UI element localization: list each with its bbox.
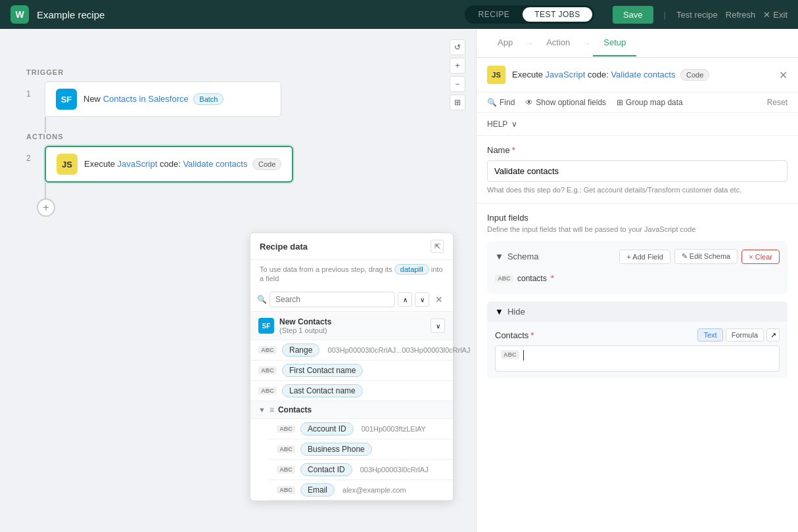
search-next-btn[interactable]: ∨ (415, 292, 429, 307)
right-panel: App → Action → Setup JS Execute JavaScri… (476, 29, 798, 532)
name-section: Name * What does this step do? E.g.: Get… (477, 136, 798, 204)
contacts-section-label: Contacts (278, 405, 312, 414)
recipe-data-subtitle: To use data from a previous step, drag i… (250, 260, 453, 288)
data-source-expand-btn[interactable]: ∨ (431, 319, 445, 333)
contacts-field-actions: Text Formula ↗ (697, 328, 780, 342)
data-field-row: Contacts * Text Formula ↗ ABC (487, 322, 787, 378)
add-field-button[interactable]: + Add Field (619, 250, 670, 264)
top-nav-actions: Save | Test recipe Refresh ✕ Exit (613, 6, 787, 24)
test-recipe-link[interactable]: Test recipe (676, 10, 718, 20)
tab-setup[interactable]: Setup (593, 30, 636, 56)
recipe-data-expand-btn[interactable]: ⇱ (431, 240, 444, 253)
contact-id-pill[interactable]: Contact ID (300, 463, 352, 476)
input-fields-section: Input fields Define the input fields tha… (477, 204, 798, 388)
data-source-sub: (Step 1 output) (279, 326, 331, 334)
contacts-required-star: * (551, 273, 554, 283)
canvas-zoom-out-btn[interactable]: − (450, 76, 465, 92)
range-pill[interactable]: Range (282, 344, 319, 357)
reset-button[interactable]: Reset (767, 98, 787, 107)
text-button[interactable]: Text (697, 328, 722, 342)
show-optional-fields-button[interactable]: 👁 Show optional fields (525, 98, 606, 107)
exit-link[interactable]: ✕ Exit (763, 10, 787, 20)
step2-text: Execute JavaScript code: Validate contac… (84, 158, 281, 170)
contacts-items: ABC Account ID 001Hp0003ftzLElAY ABC Bus… (250, 419, 453, 500)
account-id-pill[interactable]: Account ID (300, 422, 354, 435)
canvas-fit-btn[interactable]: ⊞ (450, 95, 465, 110)
right-panel-content: JS Execute JavaScript code: Validate con… (477, 58, 798, 532)
step2-icon: JS (57, 154, 78, 175)
tab-app[interactable]: App (487, 30, 523, 56)
clear-button[interactable]: × Clear (741, 250, 780, 264)
step2-link2: Validate contacts (183, 159, 247, 169)
main-layout: ↺ + − ⊞ TRIGGER 1 SF New Contacts in Sal… (0, 29, 798, 532)
list-item[interactable]: ABC Range 003Hp00003l0cRrlAJ...003Hp0000… (250, 340, 453, 361)
help-section: HELP ∨ (477, 113, 798, 136)
tab-group: RECIPE TEST JOBS (465, 5, 594, 24)
step2-card[interactable]: JS Execute JavaScript code: Validate con… (45, 146, 293, 183)
recipe-data-search-input[interactable] (270, 292, 395, 307)
last-contact-pill[interactable]: Last Contact name (282, 384, 363, 397)
business-phone-pill[interactable]: Business Phone (300, 443, 372, 456)
refresh-link[interactable]: Refresh (726, 10, 756, 20)
edit-schema-button[interactable]: ✎ Edit Schema (674, 249, 738, 264)
recipe-title: Example recipe (37, 9, 105, 20)
test-jobs-tab[interactable]: TEST JOBS (523, 7, 592, 22)
tab-action[interactable]: Action (536, 30, 580, 56)
actions-label: ACTIONS (26, 133, 64, 141)
add-step-button[interactable]: + (37, 198, 55, 217)
schema-actions: + Add Field ✎ Edit Schema × Clear (619, 249, 780, 264)
schema-block: ▼ Schema + Add Field ✎ Edit Schema × Cle… (487, 241, 787, 294)
canvas-zoom-in-btn[interactable]: + (450, 58, 465, 74)
find-button[interactable]: 🔍 Find (487, 98, 515, 107)
list-item[interactable]: ABC Last Contact name (250, 381, 453, 401)
data-source-header: SF New Contacts (Step 1 output) ∨ (250, 312, 453, 340)
step-header-link1: JavaScript (546, 70, 586, 79)
recipe-data-title: Recipe data (260, 242, 308, 252)
app-logo: W (11, 5, 29, 24)
email-pill[interactable]: Email (300, 483, 335, 497)
data-source-info: SF New Contacts (Step 1 output) (258, 317, 331, 334)
input-fields-hint: Define the input fields that will be pas… (487, 225, 787, 233)
step1-card[interactable]: SF New Contacts in Salesforce Batch (45, 81, 281, 117)
recipe-tab[interactable]: RECIPE (467, 7, 522, 22)
first-contact-pill[interactable]: First Contact name (282, 364, 363, 377)
canvas-refresh-btn[interactable]: ↺ (450, 39, 465, 55)
save-button[interactable]: Save (613, 6, 653, 24)
contacts-input-area[interactable]: ABC (495, 345, 780, 372)
search-close-btn[interactable]: ✕ (432, 292, 446, 307)
abc-badge: ABC (277, 486, 295, 494)
name-label: Name * (487, 145, 787, 155)
schema-hide-toggle[interactable]: ▼ Schema (495, 252, 539, 261)
step1-icon: SF (56, 89, 77, 110)
step1-link: Contacts in Salesforce (103, 94, 189, 104)
contacts-section-header[interactable]: ▼ ≡ Contacts (250, 401, 453, 419)
connector-2 (45, 183, 46, 198)
arrow-1: → (523, 39, 536, 47)
step-header-text: Execute JavaScript code: Validate contac… (512, 69, 709, 81)
expand-button[interactable]: ↗ (766, 328, 780, 342)
step2-link1: JavaScript (118, 159, 158, 169)
formula-button[interactable]: Formula (726, 328, 764, 342)
name-required-star: * (512, 145, 515, 155)
data-source-icon: SF (258, 318, 274, 334)
trigger-label: TRIGGER (26, 68, 64, 76)
search-prev-btn[interactable]: ∧ (398, 292, 412, 307)
list-item[interactable]: ABC First Contact name (250, 361, 453, 381)
data-source-name: New Contacts (279, 317, 331, 326)
input-abc-icon: ABC (501, 350, 519, 359)
step2-row: 2 JS Execute JavaScript code: Validate c… (26, 146, 293, 183)
step1-number: 1 (26, 89, 37, 99)
data-block-header[interactable]: ▼ Hide (487, 301, 787, 322)
list-item[interactable]: ABC Business Phone (269, 439, 453, 460)
group-map-data-button[interactable]: ⊞ Group map data (617, 98, 683, 107)
list-item[interactable]: ABC Email alex@example.com (269, 480, 453, 500)
list-item[interactable]: ABC Account ID 001Hp0003ftzLElAY (269, 419, 453, 439)
help-toggle[interactable]: HELP ∨ (487, 120, 787, 129)
cursor-indicator (523, 350, 524, 361)
recipe-data-panel: Recipe data ⇱ To use data from a previou… (250, 233, 454, 501)
name-input[interactable] (487, 160, 787, 182)
step1-text: New Contacts in Salesforce Batch (83, 93, 223, 105)
step2-badge: Code (252, 158, 281, 170)
close-panel-button[interactable]: ✕ (779, 69, 787, 81)
list-item[interactable]: ABC Contact ID 003Hp00003l0cRrlAJ (269, 460, 453, 480)
